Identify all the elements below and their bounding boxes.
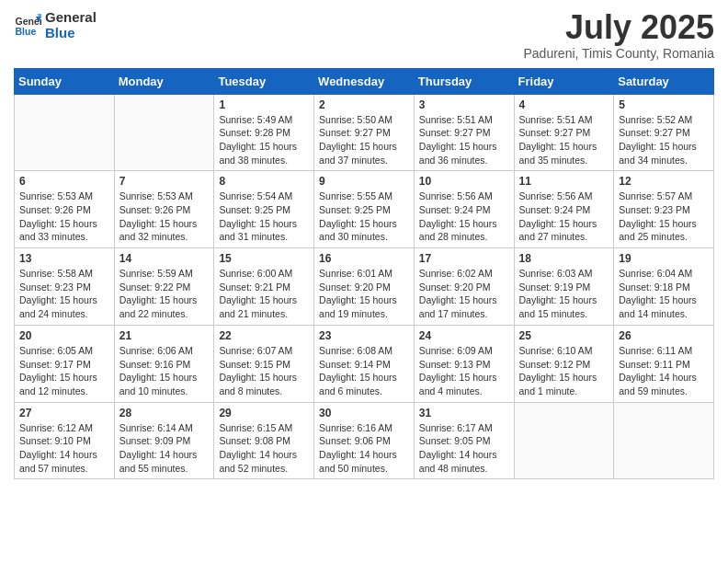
calendar-week-3: 13Sunrise: 5:58 AM Sunset: 9:23 PM Dayli… [15, 248, 714, 326]
calendar-cell: 6Sunrise: 5:53 AM Sunset: 9:26 PM Daylig… [15, 171, 115, 248]
svg-text:Blue: Blue [16, 26, 37, 37]
calendar-cell: 25Sunrise: 6:10 AM Sunset: 9:12 PM Dayli… [514, 325, 614, 402]
day-number: 1 [219, 98, 309, 111]
calendar-cell: 10Sunrise: 5:56 AM Sunset: 9:24 PM Dayli… [414, 171, 514, 248]
header: General Blue General Blue July 2025 Padu… [14, 9, 714, 61]
calendar-cell: 7Sunrise: 5:53 AM Sunset: 9:26 PM Daylig… [114, 171, 214, 248]
day-number: 17 [419, 252, 509, 265]
calendar-cell: 14Sunrise: 5:59 AM Sunset: 9:22 PM Dayli… [114, 248, 214, 326]
calendar-week-5: 27Sunrise: 6:12 AM Sunset: 9:10 PM Dayli… [15, 402, 714, 479]
day-info: Sunrise: 5:49 AM Sunset: 9:28 PM Dayligh… [219, 113, 309, 167]
day-info: Sunrise: 6:09 AM Sunset: 9:13 PM Dayligh… [419, 344, 509, 398]
day-info: Sunrise: 6:12 AM Sunset: 9:10 PM Dayligh… [19, 421, 109, 476]
header-saturday: Saturday [614, 68, 714, 94]
header-wednesday: Wednesday [314, 68, 415, 94]
calendar-cell: 15Sunrise: 6:00 AM Sunset: 9:21 PM Dayli… [214, 248, 314, 326]
day-number: 16 [319, 252, 409, 265]
calendar-cell: 18Sunrise: 6:03 AM Sunset: 9:19 PM Dayli… [514, 248, 614, 326]
day-info: Sunrise: 6:05 AM Sunset: 9:17 PM Dayligh… [19, 344, 109, 398]
day-number: 9 [319, 175, 409, 188]
calendar-cell: 28Sunrise: 6:14 AM Sunset: 9:09 PM Dayli… [114, 402, 214, 479]
day-info: Sunrise: 6:06 AM Sunset: 9:16 PM Dayligh… [119, 344, 210, 398]
day-number: 14 [119, 252, 210, 265]
day-info: Sunrise: 5:55 AM Sunset: 9:25 PM Dayligh… [319, 190, 409, 244]
calendar-cell: 27Sunrise: 6:12 AM Sunset: 9:10 PM Dayli… [15, 402, 115, 479]
calendar-cell: 22Sunrise: 6:07 AM Sunset: 9:15 PM Dayli… [214, 325, 314, 402]
logo-blue: Blue [45, 25, 97, 40]
calendar-cell: 11Sunrise: 5:56 AM Sunset: 9:24 PM Dayli… [514, 171, 614, 248]
day-number: 20 [19, 329, 109, 342]
day-number: 2 [319, 98, 409, 111]
day-number: 3 [419, 98, 509, 111]
calendar-cell: 31Sunrise: 6:17 AM Sunset: 9:05 PM Dayli… [414, 402, 514, 479]
calendar-week-4: 20Sunrise: 6:05 AM Sunset: 9:17 PM Dayli… [15, 325, 714, 402]
day-info: Sunrise: 6:11 AM Sunset: 9:11 PM Dayligh… [619, 344, 709, 398]
logo-icon: General Blue [14, 11, 41, 39]
header-monday: Monday [114, 68, 214, 94]
day-info: Sunrise: 6:04 AM Sunset: 9:18 PM Dayligh… [619, 267, 709, 321]
day-info: Sunrise: 5:57 AM Sunset: 9:23 PM Dayligh… [619, 190, 709, 244]
day-info: Sunrise: 5:52 AM Sunset: 9:27 PM Dayligh… [619, 113, 709, 167]
calendar-cell: 19Sunrise: 6:04 AM Sunset: 9:18 PM Dayli… [614, 248, 714, 326]
calendar-cell: 16Sunrise: 6:01 AM Sunset: 9:20 PM Dayli… [314, 248, 415, 326]
day-number: 10 [419, 175, 509, 188]
day-info: Sunrise: 6:08 AM Sunset: 9:14 PM Dayligh… [319, 344, 409, 398]
calendar-cell: 13Sunrise: 5:58 AM Sunset: 9:23 PM Dayli… [15, 248, 115, 326]
calendar-cell: 29Sunrise: 6:15 AM Sunset: 9:08 PM Dayli… [214, 402, 314, 479]
day-info: Sunrise: 5:51 AM Sunset: 9:27 PM Dayligh… [519, 113, 609, 167]
day-info: Sunrise: 6:00 AM Sunset: 9:21 PM Dayligh… [219, 267, 309, 321]
header-thursday: Thursday [414, 68, 514, 94]
day-info: Sunrise: 6:15 AM Sunset: 9:08 PM Dayligh… [219, 421, 309, 476]
day-info: Sunrise: 5:56 AM Sunset: 9:24 PM Dayligh… [519, 190, 609, 244]
calendar: SundayMondayTuesdayWednesdayThursdayFrid… [14, 68, 714, 480]
calendar-header-row: SundayMondayTuesdayWednesdayThursdayFrid… [15, 68, 714, 94]
calendar-cell: 3Sunrise: 5:51 AM Sunset: 9:27 PM Daylig… [414, 94, 514, 171]
calendar-cell: 17Sunrise: 6:02 AM Sunset: 9:20 PM Dayli… [414, 248, 514, 326]
calendar-cell: 1Sunrise: 5:49 AM Sunset: 9:28 PM Daylig… [214, 94, 314, 171]
day-number: 23 [319, 329, 409, 342]
calendar-cell: 2Sunrise: 5:50 AM Sunset: 9:27 PM Daylig… [314, 94, 415, 171]
title-area: July 2025 Padureni, Timis County, Romani… [524, 9, 715, 61]
day-info: Sunrise: 5:53 AM Sunset: 9:26 PM Dayligh… [19, 190, 109, 244]
calendar-cell: 30Sunrise: 6:16 AM Sunset: 9:06 PM Dayli… [314, 402, 415, 479]
day-number: 21 [119, 329, 210, 342]
day-number: 18 [519, 252, 609, 265]
logo: General Blue General Blue [14, 9, 97, 40]
month-title: July 2025 [524, 9, 715, 46]
day-info: Sunrise: 6:07 AM Sunset: 9:15 PM Dayligh… [219, 344, 309, 398]
day-info: Sunrise: 5:58 AM Sunset: 9:23 PM Dayligh… [19, 267, 109, 321]
calendar-cell [514, 402, 614, 479]
calendar-cell: 24Sunrise: 6:09 AM Sunset: 9:13 PM Dayli… [414, 325, 514, 402]
day-info: Sunrise: 6:14 AM Sunset: 9:09 PM Dayligh… [119, 421, 210, 476]
day-info: Sunrise: 5:56 AM Sunset: 9:24 PM Dayligh… [419, 190, 509, 244]
day-number: 4 [519, 98, 609, 111]
day-number: 28 [119, 407, 210, 419]
day-number: 19 [619, 252, 709, 265]
day-number: 12 [619, 175, 709, 188]
day-number: 8 [219, 175, 309, 188]
logo-general: General [45, 9, 97, 25]
day-number: 15 [219, 252, 309, 265]
day-number: 13 [19, 252, 109, 265]
day-info: Sunrise: 5:59 AM Sunset: 9:22 PM Dayligh… [119, 267, 210, 321]
day-info: Sunrise: 6:01 AM Sunset: 9:20 PM Dayligh… [319, 267, 409, 321]
day-info: Sunrise: 5:50 AM Sunset: 9:27 PM Dayligh… [319, 113, 409, 167]
day-number: 26 [619, 329, 709, 342]
calendar-cell: 20Sunrise: 6:05 AM Sunset: 9:17 PM Dayli… [15, 325, 115, 402]
day-number: 25 [519, 329, 609, 342]
day-info: Sunrise: 5:54 AM Sunset: 9:25 PM Dayligh… [219, 190, 309, 244]
day-number: 27 [19, 407, 109, 419]
day-info: Sunrise: 6:03 AM Sunset: 9:19 PM Dayligh… [519, 267, 609, 321]
calendar-cell: 26Sunrise: 6:11 AM Sunset: 9:11 PM Dayli… [614, 325, 714, 402]
calendar-cell [15, 94, 115, 171]
calendar-cell: 4Sunrise: 5:51 AM Sunset: 9:27 PM Daylig… [514, 94, 614, 171]
subtitle: Padureni, Timis County, Romania [524, 46, 715, 61]
day-info: Sunrise: 6:17 AM Sunset: 9:05 PM Dayligh… [419, 421, 509, 476]
day-info: Sunrise: 5:51 AM Sunset: 9:27 PM Dayligh… [419, 113, 509, 167]
day-info: Sunrise: 6:10 AM Sunset: 9:12 PM Dayligh… [519, 344, 609, 398]
day-number: 31 [419, 407, 509, 419]
day-number: 29 [219, 407, 309, 419]
day-number: 24 [419, 329, 509, 342]
calendar-week-2: 6Sunrise: 5:53 AM Sunset: 9:26 PM Daylig… [15, 171, 714, 248]
calendar-cell: 21Sunrise: 6:06 AM Sunset: 9:16 PM Dayli… [114, 325, 214, 402]
